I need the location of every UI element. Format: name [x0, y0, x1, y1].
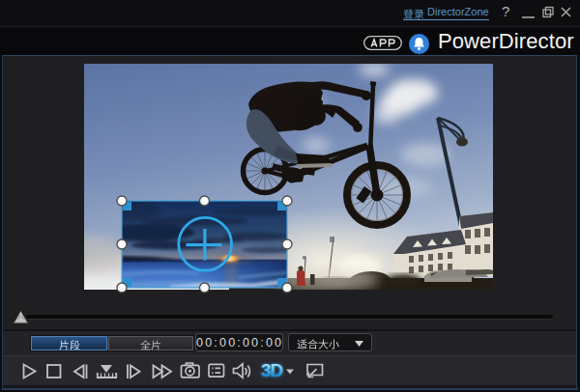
svg-text:3D: 3D	[261, 360, 283, 380]
